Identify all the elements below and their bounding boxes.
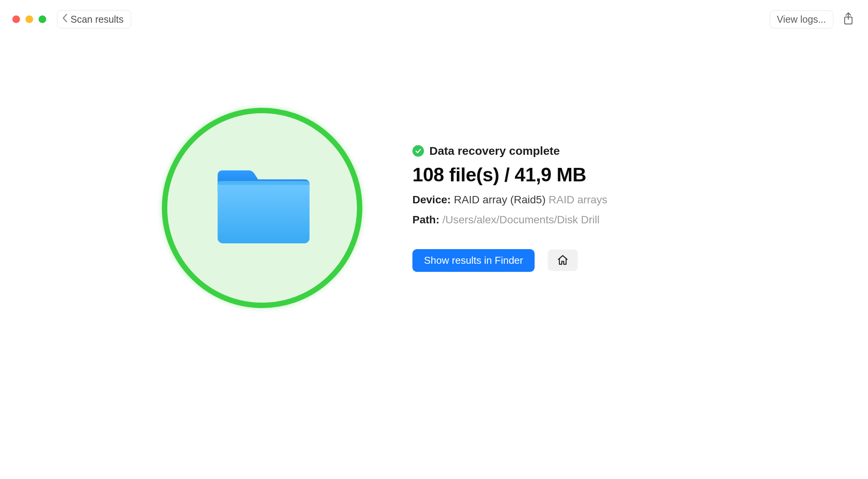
show-in-finder-button[interactable]: Show results in Finder (412, 249, 535, 272)
view-logs-label: View logs... (777, 14, 826, 25)
svg-rect-2 (218, 181, 310, 185)
action-row: Show results in Finder (412, 249, 607, 272)
path-line: Path: /Users/alex/Documents/Disk Drill (412, 214, 607, 226)
status-line: Data recovery complete (412, 144, 607, 157)
home-icon (557, 254, 569, 267)
zoom-window-button[interactable] (39, 15, 46, 23)
home-button[interactable] (548, 250, 578, 271)
close-window-button[interactable] (12, 15, 20, 23)
back-button[interactable]: Scan results (57, 10, 131, 28)
minimize-window-button[interactable] (25, 15, 33, 23)
result-illustration (162, 108, 362, 308)
path-label: Path: (412, 214, 439, 226)
titlebar-right: View logs... (770, 10, 856, 28)
device-line: Device: RAID array (Raid5) RAID arrays (412, 194, 607, 206)
summary-line: 108 file(s) / 41,9 MB (412, 164, 607, 186)
content-area: Data recovery complete 108 file(s) / 41,… (0, 39, 868, 308)
info-block: Data recovery complete 108 file(s) / 41,… (412, 144, 607, 272)
folder-icon (214, 166, 310, 250)
traffic-lights (12, 15, 46, 23)
chevron-left-icon (62, 13, 68, 25)
device-type: RAID arrays (548, 194, 607, 206)
titlebar-left: Scan results (12, 10, 131, 28)
share-button[interactable] (841, 10, 856, 28)
view-logs-button[interactable]: View logs... (770, 10, 833, 28)
back-button-label: Scan results (71, 14, 124, 25)
share-icon (843, 21, 854, 27)
show-in-finder-label: Show results in Finder (424, 255, 523, 266)
device-label: Device: (412, 194, 451, 206)
titlebar: Scan results View logs... (0, 0, 868, 39)
status-text: Data recovery complete (429, 144, 560, 157)
path-value: /Users/alex/Documents/Disk Drill (442, 214, 600, 226)
svg-rect-1 (218, 181, 310, 244)
check-circle-icon (412, 145, 424, 157)
device-name: RAID array (Raid5) (454, 194, 545, 206)
